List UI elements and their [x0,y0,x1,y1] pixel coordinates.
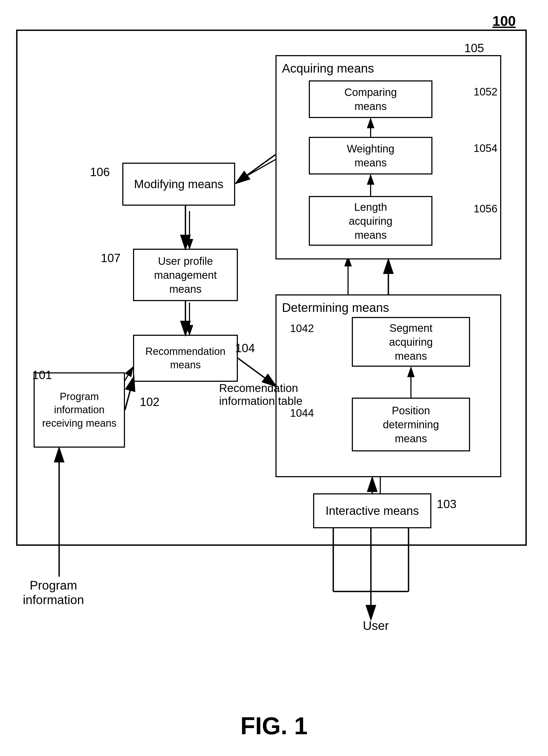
figure-number: 100 [492,13,516,29]
internal-arrows-acquiring [276,56,502,261]
recommendation-means-box: Recommendationmeans [133,335,238,382]
fig-caption: FIG. 1 [240,712,307,740]
ref-101: 101 [32,368,52,382]
determining-means-container: Determining means Segmentacquiringmeans … [275,294,501,477]
modifying-means-box: Modifying means [122,163,235,206]
interactive-means-box: Interactive means [313,493,431,528]
main-diagram-box: Acquiring means 105 Comparingmeans 1052 … [16,30,527,546]
ref-105: 105 [464,41,484,55]
svg-line-22 [125,378,134,410]
user-label: User [363,618,389,633]
ref-102: 102 [140,395,159,409]
ref-107: 107 [101,251,120,265]
acquiring-means-container: Acquiring means 105 Comparingmeans 1052 … [275,55,501,259]
recommendation-table-label: Recomendationinformation table [219,382,302,408]
ref-103: 103 [437,497,456,511]
internal-arrows-determining [276,295,502,478]
program-info-label: Programinformation [23,578,84,607]
svg-line-18 [237,155,275,183]
program-info-receiving-box: Programinformationreceiving means [34,372,125,448]
ref-104: 104 [235,341,255,355]
ref-106: 106 [90,165,110,179]
user-profile-box: User profilemanagementmeans [133,249,238,301]
